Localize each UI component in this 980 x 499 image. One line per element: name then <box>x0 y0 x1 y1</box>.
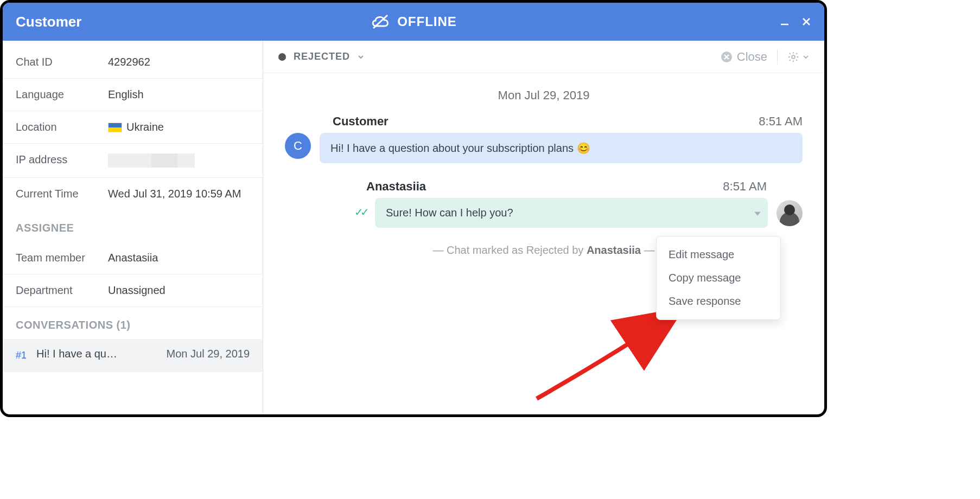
annotation-arrow-icon <box>531 306 694 404</box>
menu-item-edit-message[interactable]: Edit message <box>657 243 780 266</box>
value-current-time: Wed Jul 31, 2019 10:59 AM <box>108 188 241 200</box>
value-team-member: Anastasiia <box>108 252 158 264</box>
conversation-date: Mon Jul 29, 2019 <box>167 348 250 360</box>
value-ip-redacted <box>108 153 195 168</box>
svg-point-7 <box>792 55 795 59</box>
value-department: Unassigned <box>108 284 166 297</box>
customer-bubble: Hi! I have a question about your subscri… <box>320 133 803 163</box>
label-team-member: Team member <box>16 252 108 264</box>
info-row-team-member: Team member Anastasiia <box>3 242 263 274</box>
caret-down-icon <box>754 211 761 216</box>
info-row-ip: IP address <box>3 144 263 178</box>
toolbar-divider <box>777 49 778 65</box>
menu-item-copy-message[interactable]: Copy message <box>657 266 780 290</box>
info-row-current-time: Current Time Wed Jul 31, 2019 10:59 AM <box>3 178 263 210</box>
info-row-department: Department Unassigned <box>3 274 263 307</box>
agent-avatar <box>777 200 803 226</box>
value-chat-id: 4292962 <box>108 56 150 68</box>
conversation-preview: Hi! I have a qu… <box>36 348 117 360</box>
conversations-heading: CONVERSATIONS (1) <box>3 307 263 339</box>
assignee-heading: ASSIGNEE <box>3 210 263 242</box>
customer-avatar: C <box>285 133 311 159</box>
customer-name: Customer <box>333 114 389 129</box>
offline-label: OFFLINE <box>397 14 457 29</box>
customer-time: 8:51 AM <box>759 114 803 129</box>
titlebar: Customer OFFLINE <box>3 3 824 41</box>
info-row-location: Location Ukraine <box>3 111 263 144</box>
close-circle-icon <box>721 51 733 63</box>
gear-icon <box>787 51 799 63</box>
chevron-down-icon[interactable] <box>358 54 364 60</box>
sidebar: Chat ID 4292962 Language English Locatio… <box>3 41 263 414</box>
chevron-down-icon <box>803 54 809 60</box>
close-window-icon[interactable] <box>801 17 811 27</box>
close-label: Close <box>737 50 767 64</box>
message-actions-dropdown: Edit message Copy message Save response <box>656 236 781 320</box>
offline-indicator: OFFLINE <box>3 3 824 41</box>
chat-panel: REJECTED Close Mon Jul 29, 2019 <box>263 41 824 414</box>
customer-message-block: Customer 8:51 AM C Hi! I have a question… <box>285 114 803 163</box>
cloud-offline-icon <box>370 14 391 29</box>
agent-time: 8:51 AM <box>723 180 767 194</box>
chat-messages: Mon Jul 29, 2019 Customer 8:51 AM C Hi! … <box>263 73 824 414</box>
chat-window: Customer OFFLINE Chat ID 4292962 Languag… <box>0 0 827 417</box>
agent-message-text: Sure! How can I help you? <box>386 207 513 219</box>
value-language: English <box>108 88 144 101</box>
agent-bubble: Sure! How can I help you? <box>375 198 768 228</box>
label-ip: IP address <box>16 153 108 168</box>
system-note-suffix: — <box>641 244 655 256</box>
label-chat-id: Chat ID <box>16 56 108 68</box>
ukraine-flag-icon <box>108 123 122 132</box>
agent-message-block: Anastasiia 8:51 AM ✓✓ Sure! How can I he… <box>285 180 803 228</box>
menu-item-save-response[interactable]: Save response <box>657 290 780 313</box>
info-row-language: Language English <box>3 79 263 111</box>
message-actions-caret[interactable] <box>754 207 761 219</box>
settings-button[interactable] <box>787 51 809 63</box>
value-location: Ukraine <box>126 121 164 133</box>
status-dot-icon <box>278 53 286 61</box>
customer-message-text: Hi! I have a question about your subscri… <box>330 142 590 154</box>
close-chat-button[interactable]: Close <box>721 50 767 64</box>
agent-name: Anastasiia <box>366 180 426 194</box>
conversation-item[interactable]: #1 Hi! I have a qu… Mon Jul 29, 2019 <box>3 339 263 372</box>
conversation-number: #1 <box>16 350 27 361</box>
window-title: Customer <box>16 14 81 30</box>
svg-line-0 <box>373 15 387 28</box>
label-department: Department <box>16 284 108 297</box>
chat-status-label[interactable]: REJECTED <box>294 51 350 62</box>
system-note-by: Anastasiia <box>587 244 641 256</box>
label-current-time: Current Time <box>16 188 108 200</box>
system-note-prefix: — Chat marked as Rejected by <box>432 244 586 256</box>
label-location: Location <box>16 121 108 133</box>
read-receipt-icon: ✓✓ <box>354 206 366 219</box>
info-row-chat-id: Chat ID 4292962 <box>3 46 263 79</box>
date-separator: Mon Jul 29, 2019 <box>285 88 803 103</box>
minimize-icon[interactable] <box>780 17 790 27</box>
label-language: Language <box>16 88 108 101</box>
chat-toolbar: REJECTED Close <box>263 41 824 73</box>
